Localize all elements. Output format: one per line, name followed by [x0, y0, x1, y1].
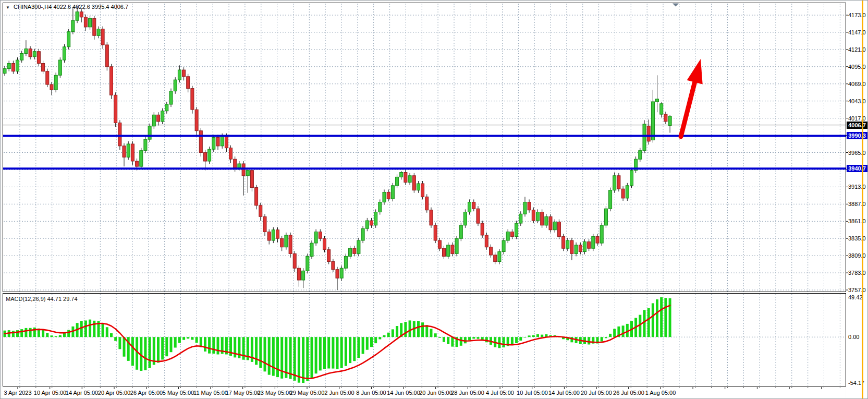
- macd-indicator-label: MACD(12,26,9) 44.71 29.74: [6, 296, 78, 302]
- time-tick-label: 4 Jul 05:00: [486, 389, 514, 396]
- symbol-period-label: CHINA300-,H4: [14, 4, 52, 10]
- time-tick-label: 26 Jul 05:00: [613, 389, 644, 396]
- time-tick-label: 14 Apr 05:00: [66, 389, 98, 396]
- time-tick-label: 23 May 05:00: [258, 389, 292, 396]
- chart-window: ▼ CHINA300-,H4 4022.6 4022.6 3995.4 4006…: [0, 0, 868, 399]
- time-tick-label: 20 Jul 05:00: [581, 389, 612, 396]
- time-tick-label: 14 Jul 05:00: [548, 389, 580, 396]
- time-tick-label: 20 Jun 05:00: [419, 389, 453, 396]
- line-price-tag: 3940.7: [847, 165, 867, 172]
- time-tick-label: 2 Jun 05:00: [324, 389, 354, 396]
- time-tick-label: 8 Jun 05:00: [356, 389, 386, 396]
- time-tick-label: 17 May 05:00: [226, 389, 261, 396]
- time-tick-label: 1 Aug 05:00: [645, 389, 676, 396]
- time-tick-label: 20 Apr 05:00: [98, 389, 130, 396]
- time-tick-label: 14 Jun 05:00: [387, 389, 420, 396]
- line-price-tag: 3990.3: [847, 132, 867, 139]
- chart-title: ▼ CHINA300-,H4 4022.6 4022.6 3995.4 4006…: [6, 4, 128, 10]
- time-tick-label: 10 Jul 05:00: [517, 389, 548, 396]
- ohlc-values-label: 4022.6 4022.6 3995.4 4006.7: [53, 4, 128, 10]
- time-tick-label: 3 Apr 2023: [4, 389, 31, 396]
- macd-axis-max-label: 49.42: [848, 294, 863, 301]
- time-tick-label: 28 Jun 05:00: [451, 389, 484, 396]
- time-tick-label: 10 Apr 05:00: [34, 389, 66, 396]
- time-tick-label: 26 Apr 05:00: [130, 389, 163, 396]
- symbol-dropdown-icon[interactable]: ▼: [6, 5, 10, 10]
- time-tick-label: 29 May 05:00: [290, 389, 325, 396]
- current-price-tag: 4006.7: [847, 122, 867, 129]
- time-tick-label: 11 May 05:00: [193, 389, 228, 396]
- macd-axis-zero-label: 0.00: [848, 333, 859, 341]
- right-edge-strip: [862, 1, 863, 399]
- candlestick-chart-canvas[interactable]: [1, 1, 868, 399]
- time-tick-label: 5 May 05:00: [163, 389, 194, 396]
